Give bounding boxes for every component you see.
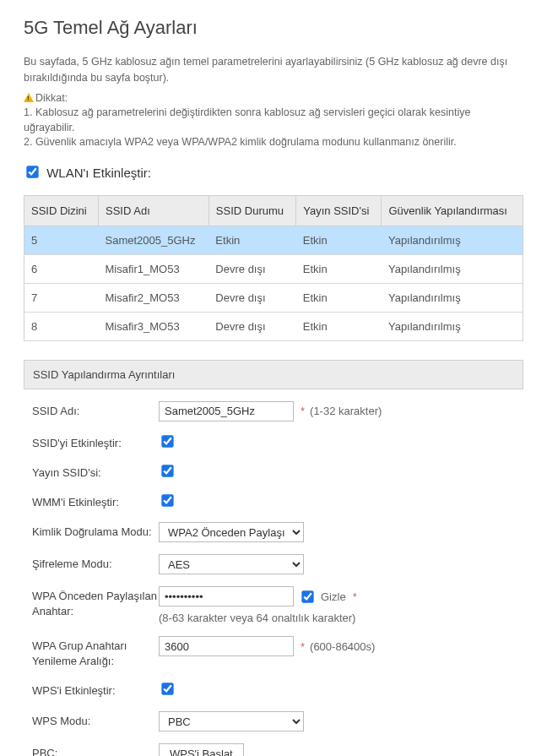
wps-mode-label: WPS Modu:	[32, 711, 159, 729]
wps-enable-checkbox[interactable]	[161, 683, 173, 695]
psk-hide-checkbox[interactable]	[301, 590, 313, 602]
group-key-hint: (600-86400s)	[310, 640, 375, 653]
caution-label: Dikkat:	[35, 92, 68, 104]
page-title: 5G Temel Ağ Ayarları	[24, 17, 523, 39]
enc-mode-label: Şifreleme Modu:	[32, 554, 159, 572]
pbc-label: PBC:	[32, 743, 159, 756]
table-cell: Etkin	[296, 283, 382, 312]
table-cell: Yapılandırılmış	[382, 283, 523, 312]
wps-enable-label: WPS'i Etkinleştir:	[32, 681, 159, 699]
table-cell: Yapılandırılmış	[382, 312, 523, 340]
table-cell: Misafir2_MO53	[99, 283, 209, 312]
table-cell: Misafir3_MO53	[99, 312, 209, 340]
table-row[interactable]: 6Misafir1_MO53Devre dışıEtkinYapılandırı…	[24, 254, 523, 283]
wps-mode-select[interactable]: PBC	[159, 711, 304, 732]
col-ssid-index: SSID Dizini	[24, 195, 99, 226]
wmm-checkbox[interactable]	[161, 494, 173, 506]
group-key-label: WPA Grup Anahtarı Yenileme Aralığı:	[32, 636, 159, 669]
table-cell: Devre dışı	[209, 254, 295, 283]
required-asterisk: *	[301, 405, 305, 417]
col-security: Güvenlik Yapılandırması	[382, 195, 523, 226]
wlan-enable-row: WLAN'ı Etkinleştir:	[24, 164, 523, 180]
caution-block: Dikkat: 1. Kablosuz ağ parametrelerini d…	[24, 91, 523, 150]
psk-hide-label: Gizle	[321, 590, 346, 603]
table-cell: Yapılandırılmış	[382, 226, 523, 254]
warning-icon	[24, 93, 34, 102]
wlan-enable-label: WLAN'ı Etkinleştir:	[46, 166, 151, 180]
table-cell: Misafir1_MO53	[99, 254, 209, 283]
col-ssid-name: SSID Adı	[99, 195, 209, 226]
broadcast-label: Yayın SSID'si:	[32, 463, 159, 481]
table-cell: Etkin	[209, 226, 295, 254]
wlan-enable-checkbox[interactable]	[26, 166, 38, 177]
broadcast-checkbox[interactable]	[161, 465, 173, 476]
col-broadcast: Yayın SSID'si	[296, 195, 382, 226]
group-key-input[interactable]	[159, 636, 294, 656]
table-cell: 8	[24, 312, 99, 340]
table-cell: 6	[24, 254, 99, 283]
ssid-details-form: SSID Adı: * (1-32 karakter) SSID'yi Etki…	[24, 389, 523, 757]
table-cell: Devre dışı	[209, 312, 295, 340]
required-asterisk: *	[353, 590, 357, 603]
col-ssid-status: SSID Durumu	[209, 195, 295, 226]
ssid-enable-checkbox[interactable]	[161, 435, 173, 447]
table-cell: Samet2005_5GHz	[99, 226, 209, 254]
auth-mode-select[interactable]: WPA2 Önceden Paylaşıla	[159, 522, 304, 542]
table-cell: Etkin	[296, 226, 382, 254]
ssid-table: SSID Dizini SSID Adı SSID Durumu Yayın S…	[24, 195, 523, 341]
psk-label: WPA Önceden Paylaşılan Anahtar:	[32, 586, 159, 619]
table-cell: 5	[24, 226, 99, 254]
caution-line-1: 1. Kablosuz ağ parametrelerini değiştird…	[24, 106, 470, 133]
psk-input[interactable]	[159, 586, 294, 606]
enc-mode-select[interactable]: AES	[159, 554, 304, 574]
ssid-details-header: SSID Yapılandırma Ayrıntıları	[24, 360, 523, 389]
required-asterisk: *	[301, 640, 305, 653]
auth-mode-label: Kimlik Doğrulama Modu:	[32, 522, 159, 540]
ssid-name-input[interactable]	[159, 401, 294, 422]
ssid-name-label: SSID Adı:	[32, 401, 159, 419]
table-cell: Devre dışı	[209, 283, 295, 312]
ssid-name-hint: (1-32 karakter)	[310, 405, 382, 417]
table-row[interactable]: 7Misafir2_MO53Devre dışıEtkinYapılandırı…	[24, 283, 523, 312]
table-row[interactable]: 8Misafir3_MO53Devre dışıEtkinYapılandırı…	[24, 312, 523, 340]
wmm-label: WMM'i Etkinleştir:	[32, 492, 159, 510]
table-cell: 7	[24, 283, 99, 312]
table-cell: Yapılandırılmış	[382, 254, 523, 283]
table-cell: Etkin	[296, 312, 382, 340]
ssid-enable-label: SSID'yi Etkinleştir:	[32, 433, 159, 451]
psk-hint: (8-63 karakter veya 64 onaltılık karakte…	[159, 612, 355, 624]
page-intro: Bu sayfada, 5 GHz kablosuz ağın temel pa…	[24, 54, 523, 86]
caution-line-2: 2. Güvenlik amacıyla WPA2 veya WPA/WPA2 …	[24, 136, 457, 148]
wps-start-button[interactable]: WPS'i Başlat	[159, 743, 244, 756]
table-row[interactable]: 5Samet2005_5GHzEtkinEtkinYapılandırılmış	[24, 226, 523, 254]
table-cell: Etkin	[296, 254, 382, 283]
